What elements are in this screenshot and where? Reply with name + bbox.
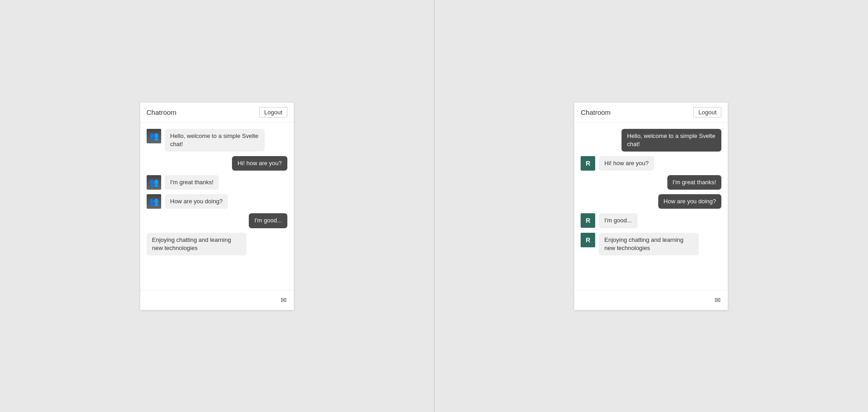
left-message-row-2: Hi! how are you? xyxy=(147,156,287,171)
right-logout-button[interactable]: Logout xyxy=(693,107,721,118)
left-bubble-4: How are you doing? xyxy=(165,194,228,209)
right-send-button[interactable]: ✉ xyxy=(713,294,722,306)
right-chatroom-title: Chatroom xyxy=(581,108,611,116)
left-bubble-5: I'm good... xyxy=(249,213,287,228)
left-bubble-6: Enjoying chatting and learning new techn… xyxy=(147,233,247,255)
left-avatar-1 xyxy=(147,129,161,143)
left-send-button[interactable]: ✉ xyxy=(279,294,288,306)
left-bubble-2: Hi! how are you? xyxy=(232,156,287,171)
right-chatroom: Chatroom Logout Hello, welcome to a simp… xyxy=(574,102,728,310)
left-bubble-3: I'm great thanks! xyxy=(165,175,219,190)
right-bubble-2: Hi! how are you? xyxy=(599,156,654,171)
right-message-row-2: R Hi! how are you? xyxy=(581,156,721,171)
left-chatroom: Chatroom Logout Hello, welcome to a simp… xyxy=(140,102,294,310)
right-panel: Chatroom Logout Hello, welcome to a simp… xyxy=(434,0,868,412)
right-bubble-5: I'm good... xyxy=(599,213,637,228)
right-avatar-6: R xyxy=(581,233,595,247)
right-message-row-1: Hello, welcome to a simple Svelte chat! xyxy=(581,129,721,152)
left-chatroom-title: Chatroom xyxy=(147,108,177,116)
right-avatar-5: R xyxy=(581,213,595,228)
left-chat-input[interactable] xyxy=(146,297,279,304)
right-chat-input[interactable] xyxy=(580,297,713,304)
right-send-icon: ✉ xyxy=(715,296,720,304)
left-message-row-4: How are you doing? xyxy=(147,194,287,209)
right-header: Chatroom Logout xyxy=(574,103,728,123)
right-messages-area: Hello, welcome to a simple Svelte chat! … xyxy=(574,123,728,290)
right-message-row-5: R I'm good... xyxy=(581,213,721,228)
left-logout-button[interactable]: Logout xyxy=(259,107,287,118)
right-message-row-6: R Enjoying chatting and learning new tec… xyxy=(581,233,721,255)
left-message-row-5: I'm good... xyxy=(147,213,287,228)
left-message-row-6: Enjoying chatting and learning new techn… xyxy=(147,233,287,255)
right-bubble-6: Enjoying chatting and learning new techn… xyxy=(599,233,699,255)
left-panel: Chatroom Logout Hello, welcome to a simp… xyxy=(0,0,434,412)
right-bubble-1: Hello, welcome to a simple Svelte chat! xyxy=(621,129,721,152)
left-avatar-4 xyxy=(147,194,161,209)
left-message-row-3: I'm great thanks! xyxy=(147,175,287,190)
left-input-area: ✉ xyxy=(140,290,294,310)
left-messages-area: Hello, welcome to a simple Svelte chat! … xyxy=(140,123,294,290)
right-bubble-3: I'm great thanks! xyxy=(667,175,722,190)
left-header: Chatroom Logout xyxy=(140,103,294,123)
right-bubble-4: How are you doing? xyxy=(658,194,722,209)
right-input-area: ✉ xyxy=(574,290,728,310)
left-avatar-3 xyxy=(147,175,161,190)
left-bubble-1: Hello, welcome to a simple Svelte chat! xyxy=(165,129,265,152)
left-send-icon: ✉ xyxy=(281,296,286,304)
right-avatar-2: R xyxy=(581,156,595,171)
left-message-row-1: Hello, welcome to a simple Svelte chat! xyxy=(147,129,287,152)
right-message-row-4: How are you doing? xyxy=(581,194,721,209)
right-message-row-3: I'm great thanks! xyxy=(581,175,721,190)
